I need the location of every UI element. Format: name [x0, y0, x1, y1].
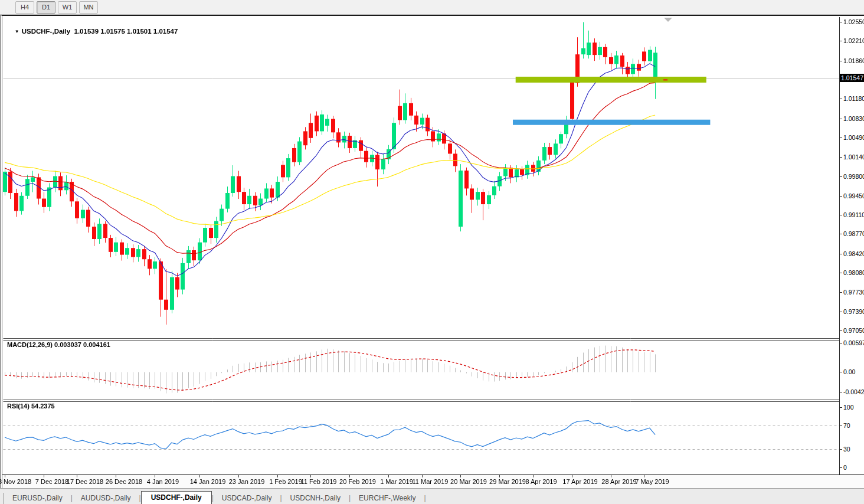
chart-shift-marker-icon[interactable]: [664, 18, 672, 22]
price-axis-label: 1.02550: [843, 18, 864, 26]
date-tick-mark: [388, 475, 389, 477]
date-tick-mark: [238, 475, 239, 477]
timeframe-button-h4[interactable]: H4: [15, 1, 34, 14]
date-tick-mark: [611, 475, 611, 477]
axis-tick-mark: [840, 41, 842, 41]
macd-axis-label: 0.00: [843, 368, 864, 376]
price-axis-label: 0.99450: [843, 192, 864, 200]
axis-tick-mark: [840, 392, 842, 392]
tab-bar-notch: [0, 493, 4, 504]
price-axis-label: 1.00490: [843, 134, 864, 142]
axis-tick-mark: [840, 196, 842, 197]
tab-separator: |: [424, 494, 426, 504]
price-chart-canvas[interactable]: [3, 17, 839, 474]
date-tick-mark: [116, 475, 116, 477]
chart-tab-bar: EURUSD-,Daily|AUDUSD-,Daily|USDCHF-,Dail…: [0, 488, 864, 504]
axis-tick-mark: [840, 254, 842, 254]
price-axis-label: 0.98420: [843, 250, 864, 258]
rsi-axis-label: 0: [843, 464, 864, 472]
date-tick-mark: [499, 475, 500, 477]
axis-tick-mark: [840, 312, 842, 312]
date-axis-label: 23 Jan 2019: [229, 478, 265, 485]
price-axis-label: 1.00140: [843, 153, 864, 161]
date-tick-mark: [644, 475, 644, 477]
date-tick-mark: [199, 475, 200, 477]
timeframe-button-w1[interactable]: W1: [58, 1, 77, 14]
date-tick-mark: [155, 475, 155, 477]
rsi-axis-label: 70: [843, 422, 864, 430]
chart-tab-audusd[interactable]: AUDUSD-,Daily: [73, 492, 139, 504]
chart-dropdown-icon[interactable]: ▼: [15, 29, 19, 34]
axis-tick-mark: [840, 292, 842, 293]
axis-tick-mark: [840, 215, 842, 215]
date-tick-mark: [277, 475, 278, 477]
axis-tick-mark: [840, 372, 842, 372]
date-axis-label: 20 Mar 2019: [450, 478, 487, 485]
axis-tick-mark: [840, 449, 842, 450]
timeframe-button-mn[interactable]: MN: [79, 1, 98, 14]
axis-tick-mark: [840, 157, 842, 158]
price-axis-label: 0.98080: [843, 269, 864, 277]
axis-tick-mark: [840, 176, 842, 177]
date-tick-mark: [44, 475, 44, 477]
chart-title: ▼USDCHF-,Daily 1.01539 1.01575 1.01501 1…: [7, 21, 178, 42]
price-axis-label: 1.02210: [843, 37, 864, 45]
chart-tab-usdcnh[interactable]: USDCNH-,Daily: [282, 492, 349, 504]
date-axis-label: 29 Mar 2019: [489, 478, 526, 485]
date-axis-label: 28 Nov 2018: [0, 478, 31, 485]
timeframe-button-d1[interactable]: D1: [37, 1, 55, 14]
axis-tick-mark: [840, 61, 842, 61]
date-axis-label: 7 May 2019: [635, 478, 669, 485]
axis-tick-mark: [840, 426, 842, 426]
price-axis-label: 0.97390: [843, 308, 864, 316]
timeframe-toolbar: H4D1W1MN: [0, 0, 864, 15]
macd-indicator-label: MACD(12,26,9) 0.003037 0.004161: [7, 341, 110, 348]
price-axis-label: 0.98770: [843, 230, 864, 238]
date-tick-mark: [533, 475, 534, 477]
date-tick-mark: [310, 475, 311, 477]
rsi-indicator-label: RSI(14) 54.2375: [7, 402, 55, 410]
price-axis: 1.01547 1.025501.022101.018601.011801.00…: [839, 17, 864, 474]
chart-symbol-label: USDCHF-,Daily: [22, 28, 70, 35]
date-tick-mark: [422, 475, 423, 477]
axis-tick-mark: [840, 407, 842, 408]
date-axis-label: 14 Jan 2019: [190, 478, 226, 485]
chart-tab-eurchf[interactable]: EURCHF-,Weekly: [351, 492, 424, 504]
chart-tab-eurusd[interactable]: EURUSD-,Daily: [4, 492, 71, 504]
price-axis-label: 1.01180: [843, 95, 864, 103]
macd-axis-label: -0.00424: [843, 388, 864, 396]
price-axis-label: 0.99800: [843, 173, 864, 181]
date-axis-label: 20 Feb 2019: [339, 478, 376, 485]
date-tick-mark: [460, 475, 461, 477]
date-axis-label: 26 Dec 2018: [106, 478, 142, 485]
axis-tick-mark: [840, 234, 842, 234]
chart-window: ▼USDCHF-,Daily 1.01539 1.01575 1.01501 1…: [0, 15, 864, 488]
date-tick-mark: [5, 475, 5, 477]
macd-axis-label: 0.00597: [843, 339, 864, 347]
price-axis-label: 0.97730: [843, 289, 864, 296]
axis-tick-mark: [840, 119, 842, 119]
chart-tab-usdcad[interactable]: USDCAD-,Daily: [214, 492, 280, 504]
date-axis-label: 7 Dec 2018: [35, 478, 68, 485]
date-axis-label: 1 Mar 2019: [380, 478, 413, 485]
price-axis-label: 0.97050: [843, 327, 864, 335]
date-axis-label: 28 Apr 2019: [601, 478, 636, 485]
rsi-axis-label: 30: [843, 446, 864, 453]
current-price-tag: 1.01547: [840, 74, 864, 82]
axis-tick-mark: [840, 330, 842, 331]
date-axis: 28 Nov 20187 Dec 201817 Dec 201826 Dec 2…: [2, 474, 864, 489]
axis-tick-mark: [840, 273, 842, 273]
date-axis-label: 17 Dec 2018: [67, 478, 103, 485]
date-axis-label: 1 Feb 2019: [269, 478, 302, 485]
chart-tab-usdchf[interactable]: USDCHF-,Daily: [141, 491, 212, 504]
axis-tick-mark: [840, 467, 842, 468]
date-axis-label: 4 Jan 2019: [147, 478, 179, 485]
axis-tick-mark: [840, 138, 842, 138]
date-axis-label: 17 Apr 2019: [562, 478, 597, 485]
date-axis-label: 11 Feb 2019: [301, 478, 337, 485]
date-tick-mark: [77, 475, 77, 477]
date-axis-label: 11 Mar 2019: [413, 478, 449, 485]
date-axis-label: 8 Apr 2019: [525, 478, 557, 485]
date-tick-mark: [349, 475, 350, 477]
axis-tick-mark: [840, 99, 842, 99]
